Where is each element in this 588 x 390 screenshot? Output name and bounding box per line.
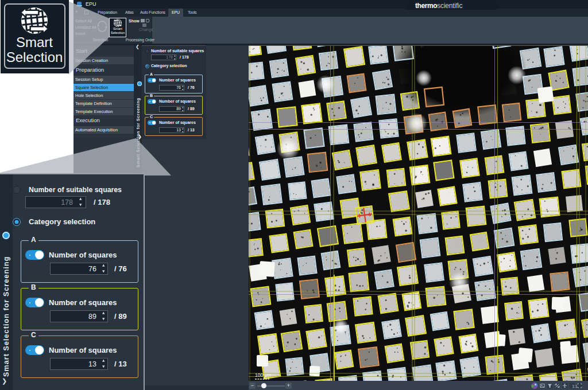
svg-text:100 μm: 100 μm — [255, 372, 272, 378]
svg-text:1:1: 1:1 — [572, 384, 578, 388]
